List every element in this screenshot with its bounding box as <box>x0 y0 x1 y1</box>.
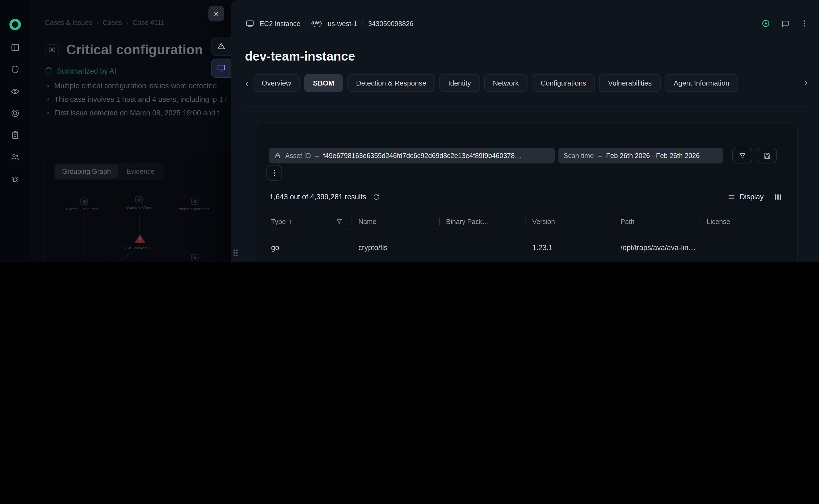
account-id: 343059098826 <box>368 20 414 27</box>
live-radar-icon[interactable] <box>761 19 771 28</box>
col-binary-package[interactable]: Binary Pack… <box>446 218 532 225</box>
asset-id-filter-pill[interactable]: Asset ID = f49e6798163e6355d246fd7dc6c92… <box>269 148 555 163</box>
lock-icon <box>274 152 281 159</box>
tabs-scroll-right[interactable]: › <box>800 77 812 87</box>
chat-icon[interactable] <box>781 19 790 28</box>
display-button[interactable]: Display <box>728 193 764 201</box>
results-row: 1,643 out of 4,399,281 results <box>269 193 380 201</box>
clipboard-icon[interactable] <box>10 131 20 140</box>
alerts-side-tab[interactable] <box>211 37 231 56</box>
filter-value: Feb 26th 2026 - Feb 26th 2026 <box>606 152 700 159</box>
sbom-card: Asset ID = f49e6798163e6355d246fd7dc6c92… <box>255 124 798 262</box>
drawer-close-button[interactable]: × <box>208 6 224 21</box>
app-root: ? MB Cases & Issues › Cases › Case #111 … <box>0 0 819 262</box>
divider <box>362 20 363 27</box>
cell-name: crypto/tls <box>358 243 446 251</box>
kebab-menu-icon[interactable] <box>800 19 809 28</box>
columns-button[interactable] <box>773 191 783 204</box>
save-view-button[interactable] <box>757 148 777 163</box>
filter-button[interactable] <box>732 148 752 163</box>
threat-spider-icon[interactable] <box>10 174 20 184</box>
aws-logo: aws <box>311 20 322 27</box>
tab-vulnerabilities[interactable]: Vulnerabilities <box>599 74 661 92</box>
sort-asc-icon: ↑ <box>289 218 292 225</box>
users-icon[interactable] <box>10 152 20 162</box>
dashboard-icon[interactable] <box>10 43 20 52</box>
tab-sbom[interactable]: SBOM <box>304 74 343 92</box>
monitor-icon <box>245 19 254 28</box>
filter-operator: = <box>315 152 319 159</box>
tab-configurations[interactable]: Configurations <box>532 74 595 92</box>
app-logo[interactable] <box>10 19 21 30</box>
display-list-icon <box>728 193 736 201</box>
table-row[interactable]: gocrypto/tls1.23.1/opt/traps/ava/ava-lin… <box>255 230 797 262</box>
sidebar-nav <box>10 43 20 184</box>
target-icon[interactable] <box>10 109 20 118</box>
divider <box>306 20 306 27</box>
filter-label: Scan time <box>564 152 594 159</box>
eye-icon[interactable] <box>10 87 20 96</box>
warning-triangle-icon <box>217 42 226 51</box>
col-license[interactable]: License <box>707 218 797 225</box>
funnel-icon <box>738 152 746 159</box>
region-label: us-west-1 <box>328 20 357 27</box>
tabs-scroll-left[interactable]: ‹ <box>241 78 253 88</box>
filter-value: f49e6798163e6355d246fd7dc6c92d69d8c2e13e… <box>323 152 522 159</box>
tab-identity[interactable]: Identity <box>440 74 480 92</box>
drawer-title: dev-team-instance <box>245 49 355 64</box>
sbom-table-header: Type ↑ Name Binary Pack… Version Path Li… <box>255 213 797 230</box>
asset-type-label: EC2 Instance <box>259 20 300 27</box>
app-sidebar: ? MB <box>0 0 30 262</box>
col-version[interactable]: Version <box>532 218 621 225</box>
filter-operator: = <box>598 152 602 159</box>
drawer-actions <box>761 19 809 28</box>
columns-icon <box>774 193 783 201</box>
scan-time-filter-pill[interactable]: Scan time = Feb 26th 2026 - Feb 26th 202… <box>559 148 723 163</box>
tabs-divider <box>244 106 809 106</box>
col-type[interactable]: Type ↑ <box>271 218 358 225</box>
monitor-icon <box>217 64 226 73</box>
asset-drawer: EC2 Instance aws us-west-1 343059098826 … <box>231 0 819 262</box>
column-filter-icon[interactable] <box>336 218 343 225</box>
close-icon: × <box>213 9 219 18</box>
save-icon <box>763 152 771 159</box>
drawer-tabs-row: ‹ OverviewSBOMDetection & ResponseIdenti… <box>241 74 812 92</box>
shield-icon[interactable] <box>10 65 20 74</box>
sbom-table-body: gocrypto/tls1.23.1/opt/traps/ava/ava-lin… <box>255 230 797 262</box>
refresh-icon[interactable] <box>372 193 380 201</box>
drawer-backdrop[interactable] <box>30 0 231 262</box>
col-path[interactable]: Path <box>621 218 707 225</box>
cell-type: go <box>271 243 358 251</box>
cell-path: /opt/traps/ava/ava-lin… <box>621 243 707 251</box>
filter-label: Asset ID <box>285 152 311 159</box>
tab-detection-response[interactable]: Detection & Response <box>347 74 435 92</box>
tab-agent-information[interactable]: Agent Information <box>665 74 738 92</box>
col-name[interactable]: Name <box>358 218 446 225</box>
kebab-icon <box>270 169 278 177</box>
cell-version: 1.23.1 <box>532 243 621 251</box>
tab-network[interactable]: Network <box>484 74 528 92</box>
asset-side-tab[interactable] <box>211 58 231 78</box>
more-filters-button[interactable] <box>266 165 282 181</box>
results-count: 1,643 out of 4,399,281 results <box>269 193 366 201</box>
drawer-grip-handle[interactable] <box>233 250 237 256</box>
tab-overview[interactable]: Overview <box>253 74 300 92</box>
asset-meta: EC2 Instance aws us-west-1 343059098826 <box>245 19 808 28</box>
drawer-tabs: OverviewSBOMDetection & ResponseIdentity… <box>253 74 812 92</box>
